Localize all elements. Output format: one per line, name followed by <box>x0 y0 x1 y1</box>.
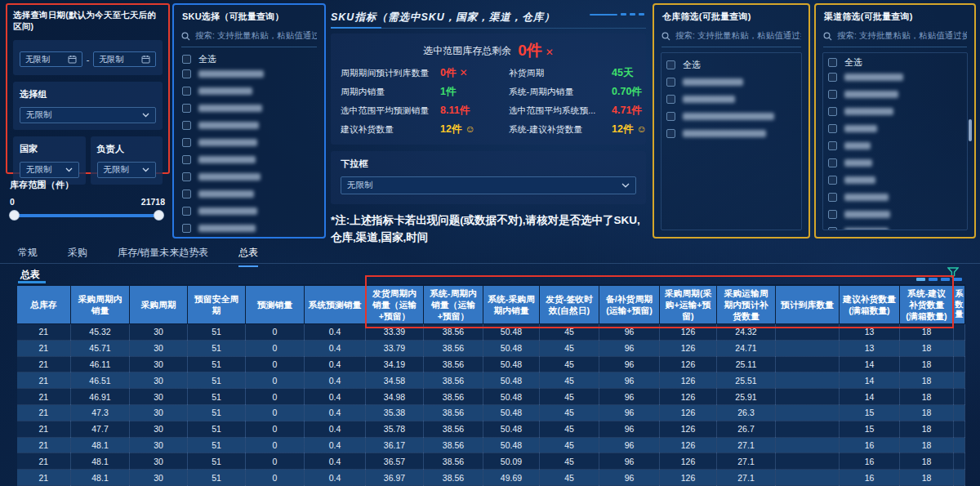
date-to-input[interactable]: 无限制 <box>93 51 156 67</box>
blurred-text <box>844 228 889 230</box>
date-separator: - <box>87 55 90 65</box>
channel-select-all[interactable]: 全选 <box>828 56 962 69</box>
stock-range-min: 0 <box>10 197 15 207</box>
list-item[interactable] <box>828 137 962 154</box>
list-item[interactable] <box>828 120 962 137</box>
checkbox[interactable] <box>182 87 191 96</box>
checkbox[interactable] <box>666 129 675 138</box>
tab-3[interactable]: 库存/销量未来趋势表 <box>118 246 208 267</box>
list-item[interactable] <box>666 125 796 142</box>
warehouse-search-input[interactable]: 搜索: 支持批量粘贴，粘贴值通过换... <box>662 26 801 47</box>
list-item[interactable] <box>182 100 316 117</box>
tab-4[interactable]: 总表 <box>238 246 258 267</box>
list-item[interactable] <box>666 74 796 91</box>
checkbox[interactable] <box>182 224 191 233</box>
checkbox[interactable] <box>828 124 837 133</box>
smiley-icon: ☺ <box>636 123 646 135</box>
list-item[interactable] <box>828 69 962 86</box>
checkbox[interactable] <box>182 138 191 147</box>
checkbox[interactable] <box>666 95 675 104</box>
checkbox[interactable] <box>828 90 837 99</box>
sku-select-all[interactable]: 全选 <box>182 53 316 65</box>
calendar-icon <box>141 55 150 64</box>
table-cell <box>954 437 965 453</box>
checkbox[interactable] <box>182 172 191 181</box>
list-item[interactable] <box>182 185 316 203</box>
column-header-clipped: 系数量 <box>954 285 965 324</box>
checkbox[interactable] <box>182 55 191 64</box>
list-item[interactable] <box>182 134 316 151</box>
table-cell: 126 <box>660 356 717 372</box>
header-decoration <box>590 13 644 16</box>
owner-select[interactable]: 无限制 <box>97 162 157 178</box>
list-item[interactable] <box>666 91 796 108</box>
list-item[interactable] <box>828 86 962 103</box>
list-item[interactable] <box>182 203 316 220</box>
warehouse-select-all[interactable]: 全选 <box>666 56 796 74</box>
column-header: 总库存 <box>17 285 71 324</box>
slider-handle-max[interactable] <box>154 211 163 220</box>
list-item[interactable] <box>182 117 316 134</box>
checkbox[interactable] <box>828 210 837 219</box>
table-cell: 50.48 <box>483 405 540 421</box>
list-item[interactable] <box>828 154 962 172</box>
table-row[interactable]: 2148.1305100.436.5738.5650.09459612627.1… <box>17 453 965 470</box>
checkbox[interactable] <box>182 69 191 78</box>
checkbox[interactable] <box>182 155 191 164</box>
metrics-dropdown[interactable]: 无限制 <box>341 176 636 194</box>
horizontal-scroll-dashes[interactable] <box>916 278 962 281</box>
table-row[interactable]: 2148.1305100.436.1738.5650.48459612627.1… <box>17 437 965 453</box>
checkbox[interactable] <box>828 193 837 202</box>
table-row[interactable]: 2147.7305100.435.7838.5650.48459612626.7… <box>17 421 965 437</box>
checkbox[interactable] <box>828 73 837 82</box>
summary-table-wrap: 总库存采购周期内销量采购周期预留安全周期预测销量系统预测销量发货周期内销量（运输… <box>16 284 966 486</box>
list-item[interactable] <box>182 151 316 168</box>
slider-handle-min[interactable] <box>10 211 19 220</box>
list-item[interactable] <box>182 82 316 100</box>
checkbox[interactable] <box>828 107 837 116</box>
country-select[interactable]: 无限制 <box>20 162 79 178</box>
scrollbar-thumb[interactable] <box>969 119 972 141</box>
list-item[interactable] <box>828 172 962 189</box>
table-row[interactable]: 2147.3305100.435.3838.5650.48459612626.3… <box>17 405 965 421</box>
list-item[interactable] <box>666 108 796 125</box>
checkbox[interactable] <box>182 104 191 113</box>
list-item[interactable] <box>828 103 962 120</box>
list-item[interactable] <box>182 65 316 82</box>
checkbox[interactable] <box>666 78 675 87</box>
channel-search-input[interactable]: 搜索: 支持批量粘贴，粘贴值通过换... <box>823 26 967 47</box>
checkbox[interactable] <box>666 112 675 121</box>
table-row[interactable]: 2148.1305100.436.9738.5649.69459612627.1… <box>17 470 965 486</box>
table-row[interactable]: 2146.11305100.434.1938.5650.48459612625.… <box>17 356 965 372</box>
checkbox[interactable] <box>182 189 191 198</box>
table-cell: 0.4 <box>305 453 366 470</box>
table-cell: 25.11 <box>717 356 776 372</box>
table-row[interactable]: 2146.51305100.434.5838.5650.48459612625.… <box>17 372 965 389</box>
sku-search-input[interactable]: 搜索: 支持批量粘贴，粘贴值通过换... <box>181 26 317 47</box>
list-item[interactable] <box>828 189 962 206</box>
checkbox[interactable] <box>666 60 675 69</box>
table-cell: 0 <box>246 437 305 453</box>
checkbox[interactable] <box>828 176 837 185</box>
list-item[interactable] <box>828 223 962 230</box>
checkbox[interactable] <box>182 207 191 216</box>
tab-1[interactable]: 常规 <box>18 246 38 267</box>
checkbox[interactable] <box>828 158 837 167</box>
list-item[interactable] <box>182 220 316 237</box>
group-select[interactable]: 无限制 <box>20 107 156 123</box>
checkbox[interactable] <box>828 227 837 230</box>
table-row[interactable]: 2146.91305100.434.9838.5650.48459612625.… <box>17 389 965 405</box>
date-from-input[interactable]: 无限制 <box>20 51 82 67</box>
list-item[interactable] <box>182 168 316 185</box>
table-cell: 15 <box>840 405 900 421</box>
checkbox[interactable] <box>828 58 837 67</box>
group-card: 选择组 无限制 <box>13 82 163 130</box>
table-cell: 35.38 <box>366 405 424 421</box>
table-row[interactable]: 2145.71305100.433.7938.5650.48459612624.… <box>17 340 965 356</box>
table-row[interactable]: 2145.32305100.433.3938.5650.48459612624.… <box>17 324 965 341</box>
stock-range-slider[interactable] <box>10 210 165 221</box>
list-item[interactable] <box>828 206 962 223</box>
checkbox[interactable] <box>182 121 191 130</box>
checkbox[interactable] <box>828 141 837 150</box>
tab-2[interactable]: 采购 <box>68 246 87 267</box>
